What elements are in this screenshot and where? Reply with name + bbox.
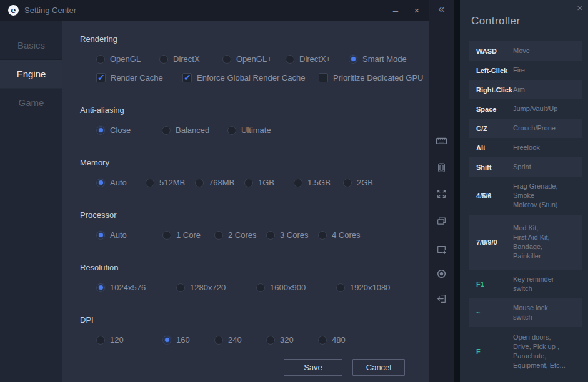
keymap-row: 7/8/9/0Med Kit, First Aid Kit, Bandage, … [469, 215, 582, 270]
settings-sidebar: Basics Engine Game [0, 21, 62, 382]
radio-icon [244, 179, 253, 187]
mobile-icon[interactable] [436, 162, 448, 174]
radio-icon [96, 55, 105, 64]
radio-icon [96, 179, 105, 187]
radio-dpi-120[interactable]: 120 [96, 335, 162, 345]
fullscreen-icon[interactable] [436, 188, 448, 200]
rendering-checkboxes: Render Cache Enforce Global Render Cache… [96, 73, 429, 82]
radio-icon [318, 231, 327, 240]
radio-1024x576[interactable]: 1024x576 [96, 283, 176, 292]
keymap-row: ~Mouse lock switch [469, 298, 582, 327]
radio-icon [162, 126, 171, 135]
radio-memory-512mb[interactable]: 512MB [146, 178, 195, 187]
setting-center-window: e Setting Center – × Basics Engine Game … [0, 0, 429, 382]
checkbox-render-cache[interactable]: Render Cache [96, 73, 182, 82]
screenshot-icon[interactable] [436, 243, 448, 256]
radio-3-cores[interactable]: 3 Cores [266, 230, 318, 240]
multi-window-icon[interactable] [436, 216, 448, 228]
radio-icon [96, 283, 105, 292]
record-icon[interactable] [436, 268, 448, 280]
radio-icon [96, 231, 105, 240]
radio-1920x1080[interactable]: 1920x1080 [336, 283, 416, 292]
radio-icon [162, 231, 171, 240]
radio-4-cores[interactable]: 4 Cores [318, 230, 370, 240]
rendering-section-title: Rendering [80, 34, 429, 44]
radio-memory-2gb[interactable]: 2GB [343, 178, 392, 187]
radio-1-core[interactable]: 1 Core [162, 230, 214, 240]
processor-options: Auto 1 Core 2 Cores 3 Cores 4 Cores [96, 230, 429, 240]
radio-close[interactable]: Close [96, 125, 162, 135]
keymap-row: F1Key reminder switch [469, 270, 582, 298]
radio-memory-auto[interactable]: Auto [96, 178, 146, 187]
keymap-row: ShiftSprint [469, 157, 582, 177]
radio-smart-mode[interactable]: Smart Mode [349, 54, 412, 64]
radio-icon [96, 336, 105, 345]
radio-processor-auto[interactable]: Auto [96, 230, 162, 240]
window-title: Setting Center [24, 6, 76, 15]
resolution-section-title: Resolution [80, 263, 429, 272]
keyboard-icon[interactable] [436, 135, 448, 147]
radio-2-cores[interactable]: 2 Cores [214, 230, 266, 240]
collapse-panel-icon[interactable]: « [429, 2, 454, 16]
radio-icon [214, 336, 223, 345]
sidebar-item-game[interactable]: Game [0, 89, 62, 117]
radio-dpi-480[interactable]: 480 [318, 335, 370, 345]
checkbox-icon [96, 73, 106, 82]
keymap-row: C/ZCrouch/Prone [469, 119, 582, 138]
radio-icon [195, 179, 204, 187]
checkbox-enforce-global-render-cache[interactable]: Enforce Global Render Cache [182, 73, 319, 82]
radio-ultimate[interactable]: Ultimate [227, 125, 293, 135]
checkbox-prioritize-dedicated-gpu[interactable]: Prioritize Dedicated GPU [319, 73, 424, 82]
radio-icon [266, 231, 275, 240]
radio-dpi-160[interactable]: 160 [162, 335, 214, 345]
dpi-section-title: DPI [80, 315, 429, 325]
anti-aliasing-section-title: Anti-aliasing [80, 105, 429, 115]
radio-icon [318, 336, 327, 345]
radio-opengl-plus[interactable]: OpenGL+ [222, 54, 286, 64]
radio-memory-768mb[interactable]: 768MB [195, 178, 244, 187]
cancel-button[interactable]: Cancel [352, 359, 405, 376]
radio-icon [159, 55, 168, 64]
exit-icon[interactable] [436, 293, 448, 305]
sidebar-item-basics[interactable]: Basics [0, 31, 62, 60]
side-toolbar: « [429, 0, 454, 382]
radio-memory-1gb[interactable]: 1GB [244, 178, 294, 187]
checkbox-icon [319, 73, 328, 82]
radio-1600x900[interactable]: 1600x900 [256, 283, 336, 292]
radio-balanced[interactable]: Balanced [162, 125, 227, 135]
sidebar-item-engine[interactable]: Engine [0, 60, 62, 89]
save-button[interactable]: Save [284, 359, 342, 376]
engine-settings-panel: Rendering OpenGL DirectX OpenGL+ DirectX… [62, 21, 429, 382]
radio-icon [294, 179, 302, 187]
dpi-options: 120 160 240 320 480 [96, 335, 429, 345]
checkbox-icon [182, 73, 192, 82]
keymap-row: Left-ClickFire [469, 61, 582, 80]
controller-panel: × Controller WASDMove Left-ClickFire Rig… [460, 0, 588, 382]
radio-opengl[interactable]: OpenGL [96, 54, 159, 64]
radio-icon [343, 179, 352, 187]
radio-memory-1-5gb[interactable]: 1.5GB [294, 178, 343, 187]
radio-dpi-320[interactable]: 320 [266, 335, 318, 345]
keymap-row: SpaceJump/Vault/Up [469, 99, 582, 119]
radio-1280x720[interactable]: 1280x720 [176, 283, 256, 292]
rendering-options: OpenGL DirectX OpenGL+ DirectX+ Smart Mo… [96, 54, 429, 64]
radio-icon [266, 336, 275, 345]
app-logo-icon: e [8, 5, 19, 16]
radio-icon [256, 283, 265, 292]
radio-directx[interactable]: DirectX [159, 54, 222, 64]
keymap-row: Right-ClickAim [469, 80, 582, 99]
radio-icon [286, 55, 294, 64]
minimize-button[interactable]: – [387, 0, 404, 21]
controller-title: Controller [471, 15, 588, 27]
resolution-options: 1024x576 1280x720 1600x900 1920x1080 [96, 283, 429, 292]
radio-directx-plus[interactable]: DirectX+ [286, 54, 349, 64]
processor-section-title: Processor [80, 210, 429, 220]
radio-icon [227, 126, 236, 135]
close-button[interactable]: × [409, 0, 425, 21]
radio-icon [336, 283, 345, 292]
radio-dpi-240[interactable]: 240 [214, 335, 266, 345]
panel-close-icon[interactable]: × [577, 2, 582, 13]
keymap-row: FOpen doors, Drive, Pick up , Parachute,… [469, 327, 582, 376]
radio-icon [176, 283, 185, 292]
radio-icon [214, 231, 223, 240]
